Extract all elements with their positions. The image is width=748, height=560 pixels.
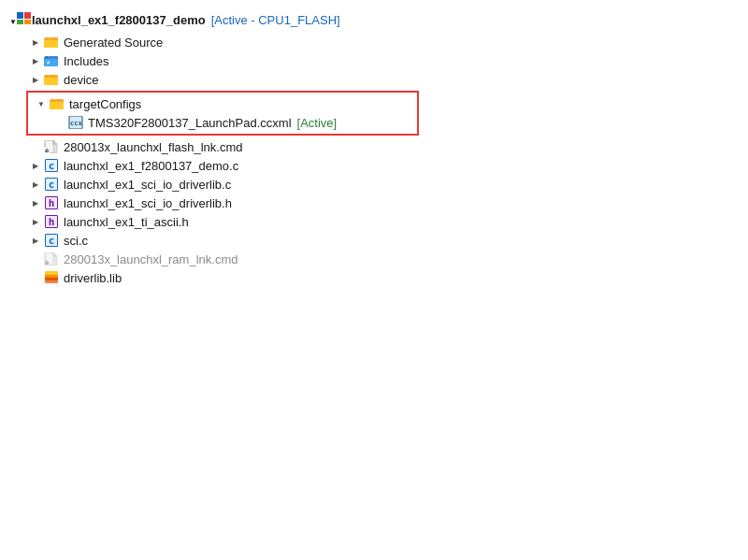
flash-lnk-label: 280013x_launchxl_flash_lnk.cmd — [64, 140, 243, 154]
svg-rect-19 — [45, 280, 58, 283]
target-configs-toggle[interactable] — [34, 96, 49, 111]
list-item[interactable]: c sci.c — [9, 231, 748, 250]
svg-rect-5 — [45, 56, 49, 58]
root-badge: [Active - CPU1_FLASH] — [211, 13, 340, 27]
target-configs-item[interactable]: targetConfigs — [34, 94, 411, 113]
svg-rect-0 — [17, 12, 23, 19]
list-item[interactable]: Generated Source — [9, 33, 748, 51]
includes-label: Includes — [64, 54, 108, 68]
sci-c-label: sci.c — [64, 234, 88, 248]
ti-ascii-h-label: launchxl_ex1_ti_ascii.h — [64, 215, 189, 229]
driverlib-h-toggle[interactable] — [28, 195, 43, 210]
sci-c-toggle[interactable] — [28, 233, 43, 248]
svg-rect-7 — [45, 75, 49, 77]
ram-lnk-label: 280013x_launchxl_ram_lnk.cmd — [64, 252, 237, 266]
driverlib-c-label: launchxl_ex1_sci_io_driverlib.c — [64, 178, 231, 192]
ccxml-label: TMS320F2800137_LaunchPad.ccxml — [88, 116, 292, 130]
folder-icon — [43, 72, 60, 87]
list-item[interactable]: c launchxl_ex1_f2800137_demo.c — [9, 156, 748, 175]
project-icon — [17, 12, 32, 28]
driverlib-c-toggle[interactable] — [28, 177, 43, 192]
device-toggle[interactable] — [28, 72, 43, 87]
list-item[interactable]: h launchxl_ex1_ti_ascii.h — [9, 212, 748, 231]
includes-icon: # — [43, 53, 60, 68]
lib-icon — [43, 270, 60, 285]
ccxml-file-item[interactable]: ccx TMS320F2800137_LaunchPad.ccxml [Acti… — [34, 113, 411, 132]
folder-icon — [49, 96, 65, 111]
highlight-box: targetConfigs ccx TMS320F2800137_LaunchP… — [26, 91, 419, 136]
generated-source-toggle[interactable] — [28, 35, 43, 50]
svg-rect-4 — [45, 37, 49, 39]
list-item[interactable]: # Includes — [9, 51, 748, 70]
device-label: device — [64, 73, 99, 87]
ti-ascii-h-toggle[interactable] — [28, 214, 43, 229]
target-configs-label: targetConfigs — [69, 97, 141, 111]
list-item[interactable]: device — [9, 70, 748, 89]
ccxml-active-badge: [Active] — [297, 116, 338, 130]
svg-rect-8 — [50, 99, 54, 101]
svg-rect-3 — [24, 20, 31, 24]
list-item[interactable]: 280013x_launchxl_ram_lnk.cmd — [9, 250, 748, 268]
list-item[interactable]: h launchxl_ex1_sci_io_driverlib.h — [9, 194, 748, 212]
cmd-icon — [43, 139, 60, 154]
svg-text:ccx: ccx — [70, 120, 82, 127]
svg-rect-1 — [24, 12, 31, 19]
root-toggle[interactable] — [9, 13, 17, 27]
c-file-icon: c — [43, 177, 60, 192]
c-file-icon: c — [43, 233, 60, 248]
svg-rect-18 — [45, 271, 58, 275]
project-tree: launchxl_ex1_f2800137_demo [Active - CPU… — [9, 9, 748, 287]
includes-toggle[interactable] — [28, 53, 43, 68]
root-label: launchxl_ex1_f2800137_demo — [32, 13, 206, 27]
list-item[interactable]: 280013x_launchxl_flash_lnk.cmd — [9, 137, 748, 156]
list-item[interactable]: c launchxl_ex1_sci_io_driverlib.c — [9, 175, 748, 194]
tree-root[interactable]: launchxl_ex1_f2800137_demo [Active - CPU… — [9, 9, 748, 31]
cmd-icon — [43, 251, 60, 266]
ccxml-icon: ccx — [67, 115, 84, 130]
h-file-icon: h — [43, 214, 60, 229]
folder-icon — [43, 35, 60, 50]
c-file-icon: c — [43, 158, 60, 173]
generated-source-label: Generated Source — [64, 36, 163, 50]
driverlib-lib-label: driverlib.lib — [64, 271, 122, 285]
driverlib-h-label: launchxl_ex1_sci_io_driverlib.h — [64, 196, 232, 210]
svg-rect-2 — [17, 20, 23, 24]
h-file-icon: h — [43, 195, 60, 210]
demo-c-toggle[interactable] — [28, 158, 43, 173]
demo-c-label: launchxl_ex1_f2800137_demo.c — [64, 159, 238, 173]
list-item[interactable]: driverlib.lib — [9, 268, 748, 287]
